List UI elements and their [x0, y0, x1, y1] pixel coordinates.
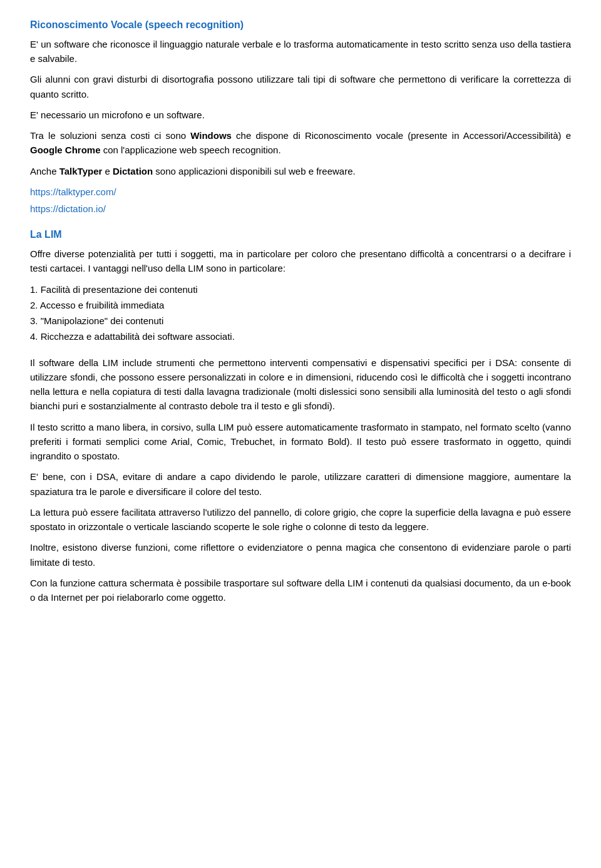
lim-paragraph-7: Con la funzione cattura schermata è poss…	[30, 576, 571, 605]
list-item-4: 4. Ricchezza e adattabilità dei software…	[30, 329, 571, 344]
lim-list: 1. Facilità di presentazione dei contenu…	[30, 282, 571, 344]
lim-heading: La LIM	[30, 227, 571, 243]
list-item-3: 3. "Manipolazione" dei contenuti	[30, 314, 571, 328]
talktyper-bold: TalkTyper	[59, 166, 103, 176]
link-talktyper[interactable]: https://talktyper.com/	[30, 186, 116, 197]
paragraph-5: Anche TalkTyper e Dictation sono applica…	[30, 164, 571, 178]
list-item-1: 1. Facilità di presentazione dei contenu…	[30, 282, 571, 297]
list-item-2: 2. Accesso e fruibilità immediata	[30, 298, 571, 312]
dictation-bold: Dictation	[113, 166, 153, 176]
paragraph-5-end: sono applicazioni disponibili sul web e …	[153, 166, 356, 176]
lim-paragraph-2: Il software della LIM include strumenti …	[30, 355, 571, 414]
page-title: Riconoscimento Vocale (speech recognitio…	[30, 18, 571, 33]
paragraph-4: Tra le soluzioni senza costi ci sono Win…	[30, 128, 571, 158]
paragraph-4-mid: che dispone di Riconoscimento vocale (pr…	[232, 130, 571, 141]
paragraph-4-pre: Tra le soluzioni senza costi ci sono	[30, 130, 190, 141]
paragraph-5-mid: e	[102, 166, 113, 176]
lim-paragraph-5: La lettura può essere facilitata attrave…	[30, 505, 571, 534]
link-dictation-block: https://dictation.io/	[30, 202, 571, 216]
paragraph-1: E' un software che riconosce il linguagg…	[30, 37, 571, 66]
paragraph-5-pre: Anche	[30, 166, 59, 176]
link-dictation[interactable]: https://dictation.io/	[30, 203, 106, 214]
link-talktyper-block: https://talktyper.com/	[30, 185, 571, 199]
lim-paragraph-6: Inoltre, esistono diverse funzioni, come…	[30, 540, 571, 569]
paragraph-2: Gli alunni con gravi disturbi di disorto…	[30, 72, 571, 101]
paragraph-4-end: con l'applicazione web speech recognitio…	[101, 145, 281, 155]
lim-paragraph-3: Il testo scritto a mano libera, in corsi…	[30, 420, 571, 464]
lim-paragraph-1: Offre diverse potenzialità per tutti i s…	[30, 247, 571, 276]
lim-paragraph-4: E' bene, con i DSA, evitare di andare a …	[30, 469, 571, 499]
windows-bold: Windows	[190, 130, 232, 141]
paragraph-3: E' necessario un microfono e un software…	[30, 108, 571, 122]
chrome-bold: Google Chrome	[30, 145, 101, 155]
